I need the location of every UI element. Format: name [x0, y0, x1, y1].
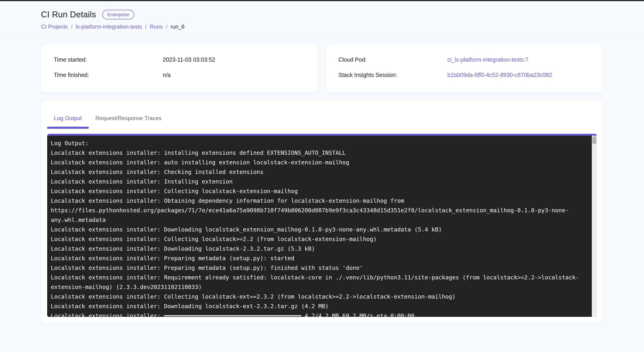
log-line: Localstack extensions installer: Require…: [51, 273, 586, 282]
enterprise-badge: Enterprise: [102, 10, 134, 19]
tab-traces-label: Request/Response Traces: [96, 115, 162, 121]
log-line: Localstack extensions installer: Prepari…: [51, 254, 586, 263]
run-output-card: Log Output Request/Response Traces Log O…: [41, 100, 603, 323]
log-line: Localstack extensions installer: Collect…: [51, 234, 586, 244]
log-line: Localstack extensions installer: Collect…: [51, 292, 586, 301]
stack-insights-label: Stack Insights Session:: [338, 72, 447, 78]
log-output-terminal[interactable]: Log Output: Localstack extensions instal…: [47, 134, 597, 317]
time-finished-label: Time finished:: [54, 72, 163, 78]
time-started-value: 2023-11-03 03:03:52: [163, 56, 215, 63]
tab-request-response-traces[interactable]: Request/Response Traces: [89, 109, 168, 129]
title-row: CI Run Details Enterprise: [41, 10, 603, 20]
cloud-pod-link[interactable]: ci_ls-platform-integration-tests:7: [447, 56, 528, 63]
time-finished-row: Time finished: n/a: [54, 72, 306, 81]
breadcrumb-current-run: run_6: [170, 24, 184, 30]
times-card: Time started: 2023-11-03 03:03:52 Time f…: [41, 44, 318, 92]
breadcrumb-separator: /: [71, 24, 72, 30]
breadcrumb-runs[interactable]: Runs: [150, 24, 162, 30]
log-line: Localstack extensions installer: Downloa…: [51, 244, 586, 254]
breadcrumb: CI Projects / ls-platform-integration-te…: [41, 24, 603, 30]
log-line: extension-mailhog) (2.3.3.dev20231102110…: [51, 282, 586, 292]
log-line: Localstack extensions installer: Obtaini…: [51, 196, 586, 206]
time-started-row: Time started: 2023-11-03 03:03:52: [54, 56, 306, 66]
time-started-label: Time started:: [54, 56, 163, 63]
cloud-pod-row: Cloud Pod: ci_ls-platform-integration-te…: [338, 56, 590, 66]
breadcrumb-project[interactable]: ls-platform-integration-tests: [76, 24, 142, 30]
active-tab-indicator: [47, 127, 89, 129]
stack-insights-session-link[interactable]: b1bb09da-6ff0-4c52-8930-c870ba23c082: [447, 72, 552, 78]
tabs: Log Output Request/Response Traces: [47, 109, 597, 129]
log-line: Localstack extensions installer: Install…: [51, 177, 586, 187]
tab-log-output[interactable]: Log Output: [47, 109, 89, 129]
stack-insights-row: Stack Insights Session: b1bb09da-6ff0-4c…: [338, 72, 590, 81]
breadcrumb-separator: /: [145, 24, 147, 30]
log-line: Localstack extensions installer: Collect…: [51, 187, 586, 196]
tab-log-output-label: Log Output: [54, 115, 82, 121]
log-line: Localstack extensions installer: auto in…: [51, 158, 586, 167]
log-line: Localstack extensions installer: ━━━━━━━…: [51, 311, 586, 317]
log-line: Localstack extensions installer: Prepari…: [51, 263, 586, 273]
log-line: Localstack extensions installer: Downloa…: [51, 225, 586, 234]
info-cards-row: Time started: 2023-11-03 03:03:52 Time f…: [41, 44, 603, 92]
log-line: Localstack extensions installer: Downloa…: [51, 301, 586, 311]
log-line: https://files.pythonhosted.org/packages/…: [51, 206, 586, 215]
terminal-scrollbar-thumb[interactable]: [592, 136, 596, 144]
cloud-pod-label: Cloud Pod:: [338, 56, 447, 63]
breadcrumb-ci-projects[interactable]: CI Projects: [41, 24, 68, 30]
page-title: CI Run Details: [41, 10, 96, 20]
log-line: Localstack extensions installer: Checkin…: [51, 167, 586, 177]
log-line: any.whl.metadata: [51, 215, 586, 225]
log-line: Log Output:: [51, 138, 586, 148]
links-card: Cloud Pod: ci_ls-platform-integration-te…: [326, 44, 603, 92]
log-line: Localstack extensions installer: install…: [51, 148, 586, 158]
page-content: Time started: 2023-11-03 03:03:52 Time f…: [0, 37, 644, 323]
breadcrumb-separator: /: [166, 24, 168, 30]
time-finished-value: n/a: [163, 72, 171, 78]
terminal-scrollbar-track[interactable]: [592, 136, 597, 317]
page-header: CI Run Details Enterprise CI Projects / …: [0, 1, 644, 37]
